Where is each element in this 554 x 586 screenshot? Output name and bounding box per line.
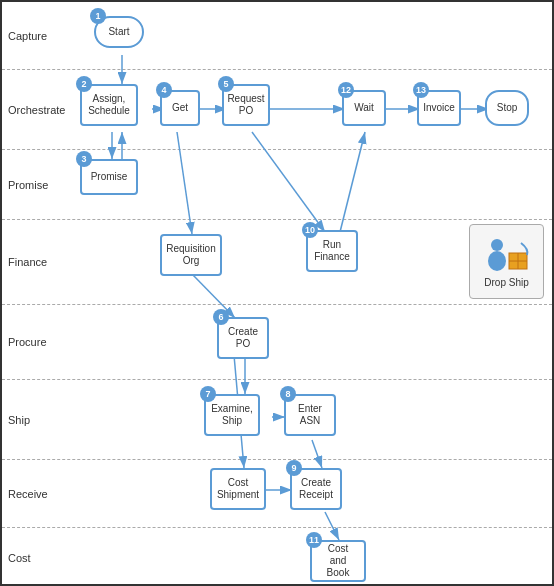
lane-label-capture: Capture (2, 30, 70, 42)
lane-procure: Procure (2, 305, 552, 380)
node-wait[interactable]: 12 Wait (342, 90, 386, 126)
node-cost-shipment[interactable]: CostShipment (210, 468, 266, 510)
node-create-po[interactable]: 6 CreatePO (217, 317, 269, 359)
node-number-12: 12 (338, 82, 354, 98)
node-invoice[interactable]: 13 Invoice (417, 90, 461, 126)
drop-ship-svg (483, 235, 531, 275)
node-get[interactable]: 4 Get (160, 90, 200, 126)
node-requisition-org-label: RequisitionOrg (160, 234, 222, 276)
node-enter-asn[interactable]: 8 EnterASN (284, 394, 336, 436)
node-number-3: 3 (76, 151, 92, 167)
node-cost-and-book[interactable]: 11 Cost andBook (310, 540, 366, 582)
lane-label-promise: Promise (2, 179, 70, 191)
node-number-11: 11 (306, 532, 322, 548)
drop-ship-icon[interactable]: Drop Ship (469, 224, 544, 299)
node-examine-ship[interactable]: 7 Examine,Ship (204, 394, 260, 436)
node-promise[interactable]: 3 Promise (80, 159, 138, 195)
node-number-1: 1 (90, 8, 106, 24)
drop-ship-label: Drop Ship (484, 277, 528, 288)
lane-label-procure: Procure (2, 336, 70, 348)
lane-capture: Capture (2, 2, 552, 70)
lane-label-orchestrate: Orchestrate (2, 104, 70, 116)
node-number-5: 5 (218, 76, 234, 92)
node-create-receipt[interactable]: 9 CreateReceipt (290, 468, 342, 510)
node-start[interactable]: 1 Start (94, 16, 144, 48)
node-number-8: 8 (280, 386, 296, 402)
lane-label-finance: Finance (2, 256, 70, 268)
node-number-7: 7 (200, 386, 216, 402)
lane-label-cost: Cost (2, 552, 70, 564)
node-run-finance[interactable]: 10 RunFinance (306, 230, 358, 272)
node-number-9: 9 (286, 460, 302, 476)
node-request-po[interactable]: 5 RequestPO (222, 84, 270, 126)
lane-label-receive: Receive (2, 488, 70, 500)
node-number-4: 4 (156, 82, 172, 98)
diagram-container: Capture Orchestrate Promise Finance Proc… (0, 0, 554, 586)
node-assign-schedule[interactable]: 2 Assign,Schedule (80, 84, 138, 126)
node-stop-label: Stop (485, 90, 529, 126)
lane-label-ship: Ship (2, 414, 70, 426)
node-number-6: 6 (213, 309, 229, 325)
node-stop[interactable]: Stop (485, 90, 529, 126)
node-cost-shipment-label: CostShipment (210, 468, 266, 510)
node-number-13: 13 (413, 82, 429, 98)
svg-point-19 (491, 239, 503, 251)
node-number-10: 10 (302, 222, 318, 238)
lane-cost: Cost (2, 528, 552, 586)
svg-point-20 (488, 251, 506, 271)
node-requisition-org[interactable]: RequisitionOrg (160, 234, 222, 276)
lane-receive: Receive (2, 460, 552, 528)
node-number-2: 2 (76, 76, 92, 92)
lane-ship: Ship (2, 380, 552, 460)
